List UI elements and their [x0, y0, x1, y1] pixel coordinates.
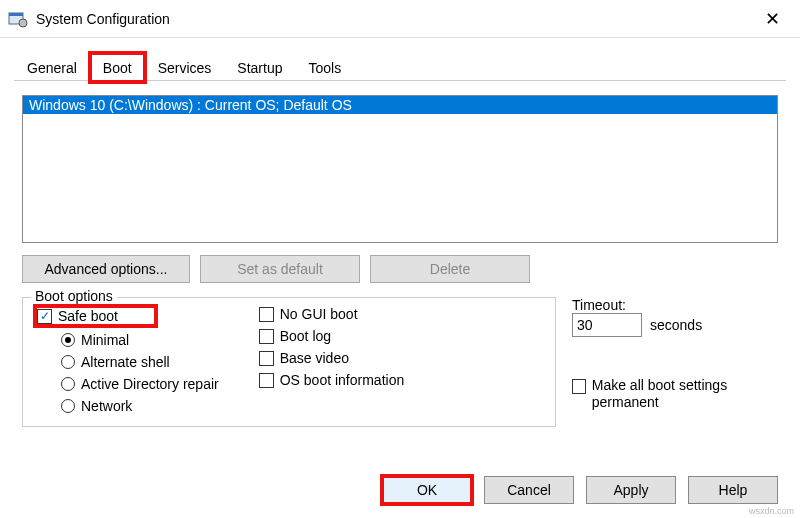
timeout-input[interactable] — [572, 313, 642, 337]
minimal-label: Minimal — [81, 332, 129, 348]
advanced-options-button[interactable]: Advanced options... — [22, 255, 190, 283]
os-listbox[interactable]: Windows 10 (C:\Windows) : Current OS; De… — [22, 95, 778, 243]
checkbox-icon — [259, 373, 274, 388]
network-label: Network — [81, 398, 132, 414]
nogui-label: No GUI boot — [280, 306, 358, 322]
checkbox-icon — [259, 307, 274, 322]
bootlog-label: Boot log — [280, 328, 331, 344]
apply-button[interactable]: Apply — [586, 476, 676, 504]
help-button[interactable]: Help — [688, 476, 778, 504]
checkbox-icon — [259, 329, 274, 344]
minimal-radio[interactable]: Minimal — [61, 332, 219, 348]
base-video-checkbox[interactable]: Base video — [259, 350, 405, 366]
window-title: System Configuration — [36, 11, 752, 27]
radio-icon — [61, 355, 75, 369]
msconfig-icon — [8, 10, 28, 28]
boot-options-legend: Boot options — [31, 288, 117, 304]
dialog-footer: OK Cancel Apply Help — [382, 476, 778, 504]
boot-log-checkbox[interactable]: Boot log — [259, 328, 405, 344]
tab-bar: General Boot Services Startup Tools — [0, 52, 800, 81]
tab-startup[interactable]: Startup — [224, 53, 295, 82]
ok-button[interactable]: OK — [382, 476, 472, 504]
safe-boot-checkbox[interactable]: ✓ Safe boot — [35, 306, 156, 326]
radio-icon — [61, 399, 75, 413]
make-permanent-checkbox[interactable]: Make all boot settings permanent — [572, 377, 778, 411]
timeout-label: Timeout: — [572, 297, 778, 313]
radio-icon — [61, 377, 75, 391]
tab-general[interactable]: General — [14, 53, 90, 82]
permanent-label: Make all boot settings permanent — [592, 377, 778, 411]
os-boot-info-checkbox[interactable]: OS boot information — [259, 372, 405, 388]
watermark: wsxdn.com — [749, 506, 794, 516]
checkbox-icon — [572, 379, 586, 394]
tab-services[interactable]: Services — [145, 53, 225, 82]
no-gui-boot-checkbox[interactable]: No GUI boot — [259, 306, 405, 322]
checkbox-icon — [259, 351, 274, 366]
os-list-item[interactable]: Windows 10 (C:\Windows) : Current OS; De… — [23, 96, 777, 114]
titlebar: System Configuration ✕ — [0, 0, 800, 38]
safe-boot-label: Safe boot — [58, 308, 118, 324]
ad-repair-radio[interactable]: Active Directory repair — [61, 376, 219, 392]
radio-icon — [61, 333, 75, 347]
svg-point-2 — [19, 19, 27, 27]
timeout-suffix: seconds — [650, 317, 702, 333]
tab-boot[interactable]: Boot — [90, 53, 145, 82]
boot-options-group: Boot options ✓ Safe boot Minimal Alterna… — [22, 297, 556, 427]
alternate-shell-radio[interactable]: Alternate shell — [61, 354, 219, 370]
osinfo-label: OS boot information — [280, 372, 405, 388]
close-icon[interactable]: ✕ — [752, 4, 792, 34]
checkbox-icon: ✓ — [37, 309, 52, 324]
alternate-label: Alternate shell — [81, 354, 170, 370]
network-radio[interactable]: Network — [61, 398, 219, 414]
basevideo-label: Base video — [280, 350, 349, 366]
delete-button: Delete — [370, 255, 530, 283]
adrepair-label: Active Directory repair — [81, 376, 219, 392]
cancel-button[interactable]: Cancel — [484, 476, 574, 504]
tab-tools[interactable]: Tools — [295, 53, 354, 82]
svg-rect-1 — [9, 13, 23, 16]
set-as-default-button: Set as default — [200, 255, 360, 283]
